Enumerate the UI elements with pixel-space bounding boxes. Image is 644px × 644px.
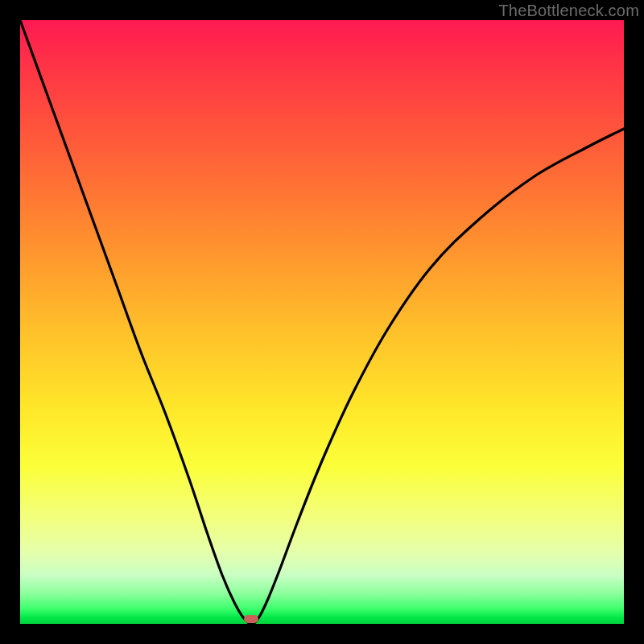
curve-layer	[20, 20, 624, 624]
chart-stage: TheBottleneck.com	[0, 0, 644, 644]
min-marker	[244, 615, 258, 623]
watermark-text: TheBottleneck.com	[498, 2, 639, 20]
bottleneck-curve	[20, 20, 624, 624]
plot-area	[20, 20, 624, 624]
